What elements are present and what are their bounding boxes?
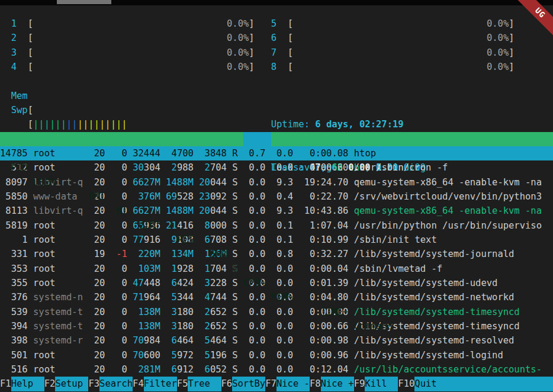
state-cell: S [232,233,237,247]
time-cell: 0:00.08 [298,146,348,160]
process-row-1[interactable]: 1root2007791691086708S0.00.10:10.99/sbin… [0,233,553,247]
value-suffix: 196 [210,350,227,361]
process-row-512[interactable]: 512root2003030429882704S0.00.00:00.60/us… [0,160,553,175]
nice-cell: 0 [111,175,127,189]
fkey-number: F10 [398,377,414,391]
col-header-pid[interactable]: PID [0,160,28,175]
value-suffix: 744 [210,292,227,303]
res-cell: 1488M [166,175,194,189]
res-cell: 3180 [166,319,194,333]
fkey-help-button[interactable]: F1Help [0,377,44,391]
value-prefix: 2 [205,162,210,173]
col-header-state[interactable]: S [232,262,237,276]
fkey-number: F3 [88,377,99,391]
fkey-label: Setup [55,377,88,391]
col-header-command[interactable]: Command [354,319,548,333]
value-suffix: 448 [144,278,160,288]
cpu-meter-value: 0.0% [442,31,509,45]
virt-cell: 220M [133,247,160,261]
process-row-5850[interactable]: 5850www-data200376M6952823092S0.00.40:22… [0,189,553,204]
pid-cell: 398 [0,333,28,348]
priority-cell: 20 [88,160,105,175]
user-cell: root [33,219,83,233]
col-header-res[interactable]: RES [166,233,194,247]
fkey-label: Search [99,377,133,391]
process-row-14785[interactable]: 14785root2003244447003848R0.70.00:00.08h… [0,146,553,160]
col-header-user[interactable]: USER [33,175,83,189]
fkey-kill-button[interactable]: F9Kill [354,377,398,391]
fkey-number: F5 [177,377,188,391]
virt-cell: 103M [133,262,160,276]
process-row-398[interactable]: 398systemd-r2007098464645464S0.00.00:00.… [0,333,553,348]
user-cell: root [33,348,83,362]
fkey-search-button[interactable]: F3Search [88,377,133,391]
state-cell: S [232,247,237,261]
fkey-label: Kill [365,377,398,391]
col-header-virt[interactable]: VIRT [133,219,160,233]
fkey-label: Tree [188,377,221,391]
fkey-filter-button[interactable]: F4Filter [133,377,177,391]
fkey-sortby-button[interactable]: F6SortBy [221,377,266,391]
meter-bracket-open: [ [288,46,293,60]
col-header-shr[interactable]: SHR [199,247,227,261]
pid-cell: 5850 [0,189,28,204]
mem-percent-cell: 0.0 [271,305,293,319]
value-suffix: 972 [177,350,194,361]
process-row-8113[interactable]: 8113libvirt-q2006627M1488M20044S0.09.310… [0,204,553,218]
cpu-meter-value: 0.0% [442,46,509,60]
cpu-meter-label: 6 [271,31,276,45]
process-row-501[interactable]: 501root2007060059725196S0.00.00:00.96/li… [0,348,553,362]
state-cell: S [232,276,237,290]
value-prefix: 134M [172,249,194,259]
command-cell: /lib/systemd/systemd-timesyncd [354,305,548,319]
mem-percent-cell: 0.4 [271,189,293,204]
col-header-time[interactable]: TIME+ [298,305,348,319]
value-prefix: 103M [139,264,160,274]
pid-cell: 539 [0,305,28,319]
command-cell: /usr/lib/accountsservice/accounts- [354,362,548,377]
shr-cell: 5464 [199,333,227,348]
res-cell: 134M [166,247,194,261]
fkey-nice--button[interactable]: F8Nice + [310,377,354,391]
res-cell: 5344 [166,290,194,304]
time-cell: 0:00.98 [298,333,348,348]
process-row-5819[interactable]: 5819root20065936214168000S0.00.11:07.04/… [0,219,553,233]
nice-cell: 0 [111,305,127,319]
fkey-setup-button[interactable]: F2Setup [44,377,89,391]
time-cell: 1:07.04 [298,219,348,233]
fkey-label: Help [11,377,44,391]
command-cell: /lib/systemd/systemd-udevd [354,276,548,290]
value-suffix: 464 [177,335,194,346]
value-suffix: 180 [177,307,194,317]
meter-bracket-open: [ [28,60,33,74]
process-row-355[interactable]: 355root2004744864243228S0.00.00:01.39/li… [0,276,553,290]
col-header-mem[interactable]: MEM% [271,290,293,304]
shr-cell: 5196 [199,348,227,362]
nice-cell: 0 [111,333,127,348]
fkey-tree-button[interactable]: F5Tree [177,377,221,391]
value-suffix: 3848 [205,148,227,159]
virt-cell: 30304 [133,160,160,175]
value-prefix: 8 [205,220,210,231]
col-header-cpu[interactable]: CPU% [243,276,265,290]
fkey-number: F8 [310,377,321,391]
cpu-percent-cell: 0.0 [243,348,265,362]
virt-cell: 376M [133,189,160,204]
process-row-353[interactable]: 353root200103M19281704S0.00.00:00.04/sbi… [0,262,553,276]
value-prefix: 5 [172,292,177,303]
cpu-meter-label: 4 [11,60,17,74]
fkey-nice--button[interactable]: F7Nice - [265,377,310,391]
time-cell: 0:00.60 [298,160,348,175]
process-row-8097[interactable]: 8097libvirt-q2006627M1488M20044S0.09.319… [0,175,553,189]
value-prefix: 5 [172,350,177,361]
process-row-516[interactable]: 516root200281M69126052S0.00.00:12.04/usr… [0,362,553,377]
process-row-539[interactable]: 539systemd-t200138M31802652S0.00.00:00.0… [0,305,553,319]
cpu-meter-value: 0.0% [182,17,249,31]
col-header-ni[interactable]: NI [111,204,127,218]
fkey-quit-button[interactable]: F10Quit [398,377,553,391]
mem-percent-cell: 0.0 [271,160,293,175]
col-header-pri[interactable]: PRI [88,189,105,204]
process-row-331[interactable]: 331root19-1220M134M126MS0.00.80:32.27/li… [0,247,553,261]
value-prefix: 6 [172,335,177,346]
state-cell: S [232,175,237,189]
